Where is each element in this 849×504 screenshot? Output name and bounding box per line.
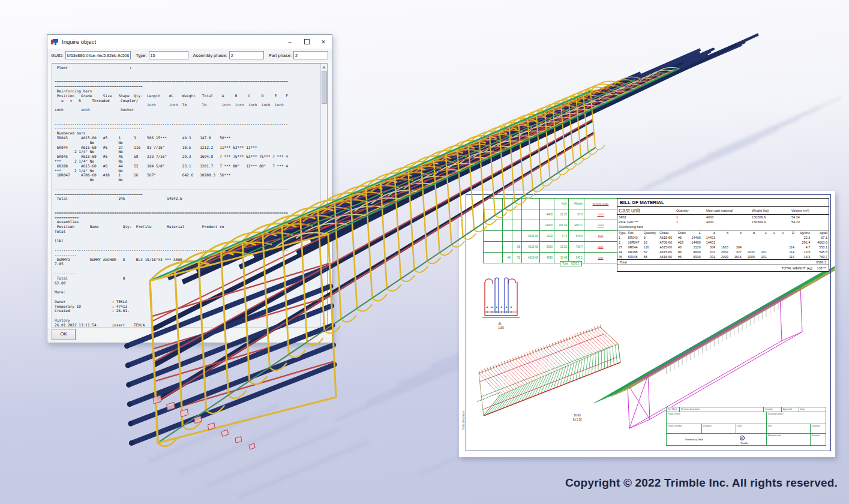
inquiry-report-text: Floor : ================================…	[52, 64, 327, 328]
table-row: Cast unitQuantityMain part materialWeigh…	[617, 207, 829, 215]
titleblock-project-number: Project number	[667, 424, 701, 427]
titleblock-revision: Revision	[811, 434, 826, 437]
iso-view-scale: 3d 1:50	[572, 418, 582, 421]
bom-title: BILL OF MATERIAL	[617, 199, 829, 207]
section-detail-view: 1:50	[482, 278, 520, 329]
iso-view-right	[594, 262, 835, 428]
titleblock-element-code: Element code	[767, 434, 810, 437]
dialog-title-bar[interactable]: Inquire object – ✕	[47, 35, 332, 49]
assembly-phase-label: Assembly phase:	[193, 53, 227, 58]
minimize-button[interactable]: –	[281, 35, 298, 49]
titleblock-designer: Designer	[702, 424, 736, 427]
trimble-logo: Trimble.	[738, 434, 748, 445]
section-scale-label: 1:50	[498, 326, 504, 329]
inquiry-report-area[interactable]: Floor : ================================…	[52, 63, 328, 328]
copyright-text: Copyright © 2022 Trimble Inc. All rights…	[565, 476, 838, 490]
titleblock-drawing-number: Drawing number	[767, 412, 826, 415]
titleblock-project-name: Project name	[667, 412, 766, 415]
sheet-edge-text: Tekla Structures	[462, 403, 465, 439]
powered-by-tekla-label: Powered by Tekla	[684, 438, 703, 441]
table-row: 14400291.444663.114401	[484, 220, 617, 231]
dialog-footer: OK	[47, 328, 332, 343]
bom-total-row: Total6596.1	[617, 259, 829, 265]
close-button[interactable]: ✕	[315, 35, 332, 49]
titleblock-created: Created	[764, 407, 781, 410]
iso-view-name: 36-36	[574, 414, 581, 417]
titleblock-quantity: Quantity	[811, 424, 826, 427]
table-row: 276R044116A615-60#6212030416163041144.75…	[617, 245, 829, 250]
table-row: 58A615-60593013.25769.72009	[484, 242, 617, 253]
maximize-button[interactable]	[298, 35, 315, 49]
inquire-object-dialog: Inquire object – ✕ GUID: Type: Assembly …	[47, 34, 332, 343]
titleblock-date-2: Date	[736, 424, 766, 427]
drawing-title-block: Rev Mark Revision description Created Ap…	[666, 407, 826, 446]
table-row: TypePosQuantityGradeDiamLabcdeuvDkg/onek…	[617, 230, 829, 235]
drawing-sheet: 1:50 36-36 3d 1:50 Tekla Structures Kg/s…	[459, 191, 835, 457]
titleblock-rev-mark: Rev Mark	[667, 407, 679, 410]
rebar-schedule-table: Kg/sWeightBending shape440022.3567.01440…	[483, 198, 617, 263]
table-row: A615-6021204.74549.61616	[484, 231, 617, 242]
trimble-sextant-icon	[739, 435, 745, 441]
tekla-app-icon	[51, 38, 58, 46]
bill-of-material-table: BILL OF MATERIAL Cast unitQuantityMain p…	[617, 198, 829, 272]
titleblock-revision-description: Revision description	[680, 407, 763, 410]
dialog-field-row: GUID: Type: Assembly phase: Part phase:	[47, 49, 332, 62]
table-row: Kg/sWeightBending shape	[484, 199, 617, 209]
type-label: Type:	[136, 53, 146, 58]
scrollbar-thumb[interactable]	[322, 71, 327, 104]
titleblock-date: Date	[799, 407, 826, 410]
table-row: PILE CAP ***14000130309.954.23	[617, 220, 829, 224]
table-row: 446R28852A615-60#64690201203232720322011…	[617, 250, 829, 254]
table-row: #652A615-60469010.48545.12032	[484, 253, 617, 263]
ok-button[interactable]: OK	[52, 329, 76, 340]
desktop: { "window": { "title": "Inquire object",…	[0, 0, 849, 504]
bom-section-label: Reinforcing bars	[617, 224, 829, 230]
bom-total-weight-row: TOTAL WEIGHT (kg):136***	[617, 265, 829, 271]
bom-rebar-rows: TypePosQuantityGradeDiamLabcdeuvDkg/onek…	[617, 230, 829, 259]
dialog-title: Inquire object	[62, 38, 281, 45]
part-phase-field[interactable]	[293, 51, 328, 59]
schedule-total: Total:6593.5	[560, 261, 582, 266]
bom-cast-unit: Cast unitQuantityMain part materialWeigh…	[617, 207, 829, 224]
titleblock-plot: Plot	[767, 424, 810, 427]
titleblock-approved: Approved	[782, 407, 799, 410]
report-scrollbar[interactable]	[320, 64, 327, 328]
guid-label: GUID:	[51, 53, 64, 58]
table-row: 15R0433A615-60#5144001440122.367.1	[617, 235, 829, 240]
part-phase-label: Part phase:	[269, 53, 292, 58]
scroll-down-icon[interactable]	[322, 323, 326, 325]
guid-field[interactable]	[65, 51, 131, 59]
table-row: 466R04558A615-60#65930201200916162009201…	[617, 254, 829, 259]
assembly-phase-field[interactable]	[229, 51, 264, 59]
scroll-up-icon[interactable]	[322, 66, 326, 68]
maximize-icon	[304, 39, 310, 44]
type-field[interactable]	[149, 51, 188, 59]
table-row: 118R04716A706-60#181440014401291.44663.6	[617, 240, 829, 245]
table-row: 440022.3567.014401	[484, 209, 617, 220]
table-row: SF6114000130309.954.24	[617, 215, 829, 220]
iso-view-left	[477, 325, 620, 416]
